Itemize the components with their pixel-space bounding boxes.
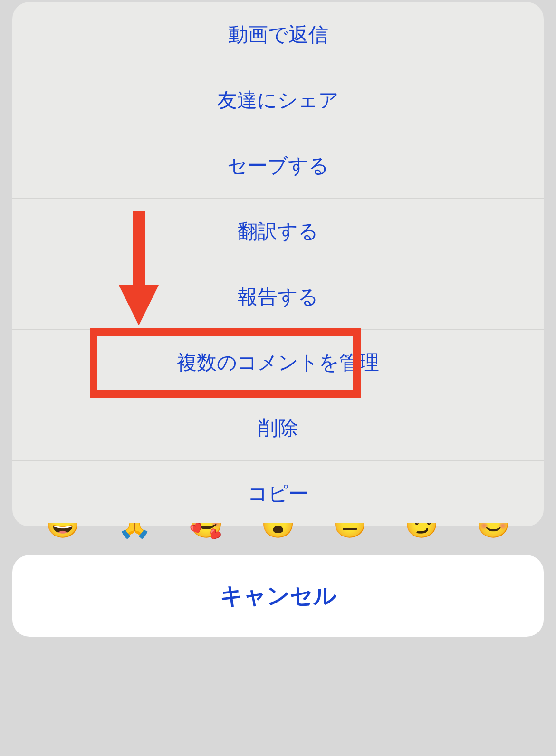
action-sheet-menu: 動画で返信 友達にシェア セーブする 翻訳する 報告する 複数のコメントを管理 … — [12, 2, 544, 526]
cancel-button[interactable]: キャンセル — [12, 555, 544, 637]
emoji-reaction[interactable]: 😊 — [472, 523, 514, 544]
menu-item-copy[interactable]: コピー — [12, 461, 544, 526]
emoji-reaction[interactable]: 😏 — [401, 523, 442, 544]
menu-item-manage-multiple-comments[interactable]: 複数のコメントを管理 — [12, 330, 544, 395]
menu-item-label: 友達にシェア — [217, 87, 339, 114]
menu-item-label: 削除 — [258, 415, 298, 441]
emoji-reaction[interactable]: 🥰 — [185, 523, 227, 544]
menu-item-save[interactable]: セーブする — [12, 133, 544, 199]
menu-item-label: 翻訳する — [238, 218, 318, 245]
menu-item-label: 複数のコメントを管理 — [177, 349, 379, 376]
menu-item-translate[interactable]: 翻訳する — [12, 199, 544, 264]
menu-item-label: コピー — [248, 480, 308, 507]
emoji-reaction[interactable]: 😀 — [42, 523, 84, 544]
menu-item-label: 報告する — [238, 284, 318, 310]
menu-item-label: セーブする — [227, 153, 329, 179]
menu-item-report[interactable]: 報告する — [12, 264, 544, 330]
emoji-reaction[interactable]: 🙏 — [114, 523, 155, 544]
menu-item-label: 動画で返信 — [228, 21, 328, 48]
action-sheet-container: 動画で返信 友達にシェア セーブする 翻訳する 報告する 複数のコメントを管理 … — [12, 0, 544, 756]
menu-item-reply-with-video[interactable]: 動画で返信 — [12, 2, 544, 67]
menu-item-delete[interactable]: 削除 — [12, 395, 544, 461]
emoji-reaction[interactable]: 😮 — [257, 523, 299, 544]
emoji-reaction[interactable]: 😑 — [329, 523, 371, 544]
menu-item-share-to-friends[interactable]: 友達にシェア — [12, 67, 544, 133]
cancel-label: キャンセル — [220, 581, 336, 611]
